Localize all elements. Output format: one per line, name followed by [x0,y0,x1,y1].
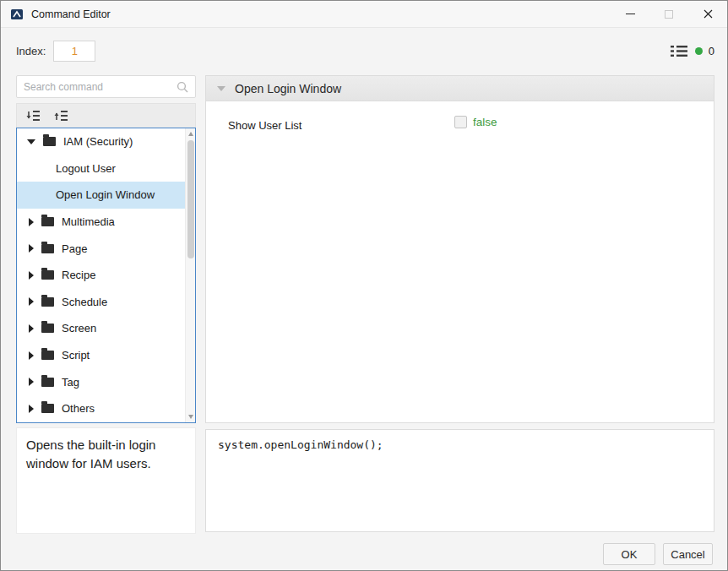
tree-item-logout-user[interactable]: Logout User [17,155,195,182]
tree-item-label: Screen [62,322,96,334]
tree-item-label: IAM (Security) [63,135,133,148]
tree-item-screen[interactable]: Screen [17,315,195,342]
folder-icon [41,378,54,387]
maximize-icon [665,10,673,19]
folder-icon [41,351,54,360]
tree-item-label: Multimedia [62,215,115,228]
tree-item-others[interactable]: Others [17,395,195,422]
scrollbar-down-button[interactable] [186,411,196,422]
folder-icon [41,244,54,253]
scrollbar-up-button[interactable] [186,128,196,139]
detail-title: Open Login Window [235,82,341,95]
collapse-section-icon[interactable] [217,86,225,91]
tree-item-label: Page [62,242,87,255]
tree-item-label: Recipe [62,269,95,281]
tree-item-label: Others [62,402,95,415]
folder-icon [41,270,54,280]
close-icon [704,9,713,19]
command-detail-panel: Open Login Window Show User List false [205,75,714,423]
expand-all-icon [54,109,68,122]
collapse-all-button[interactable] [24,107,42,124]
search-icon [177,81,188,93]
tree-item-label: Logout User [56,162,116,175]
code-preview[interactable]: system.openLoginWindow(); [205,429,714,532]
scroll-up-icon [188,132,193,136]
show-user-list-checkbox[interactable] [454,116,467,128]
ok-button[interactable]: OK [603,543,655,565]
tree-item-script[interactable]: Script [17,342,195,369]
show-user-list-label: Show User List [228,119,302,132]
tree-item-recipe[interactable]: Recipe [17,262,195,289]
tree-item-label: Script [62,349,90,362]
collapsed-arrow-icon[interactable] [29,244,34,253]
titlebar: Command Editor [1,1,727,28]
command-search-box [16,75,196,98]
maximize-button[interactable] [649,1,688,27]
tree-item-page[interactable]: Page [17,235,195,262]
close-button[interactable] [688,1,727,27]
index-label: Index: [16,45,46,57]
tree-scrollbar[interactable] [185,128,195,422]
tree-item-tag[interactable]: Tag [17,368,195,395]
show-user-list-value: false [473,116,497,128]
code-text: system.openLoginWindow(); [218,438,383,451]
collapsed-arrow-icon[interactable] [29,271,34,280]
collapsed-arrow-icon[interactable] [29,324,34,333]
event-list-icon [671,45,687,57]
collapse-all-icon [26,109,41,122]
detail-header[interactable]: Open Login Window [206,76,714,101]
event-status: 0 [669,43,714,59]
folder-icon [43,137,56,146]
collapsed-arrow-icon[interactable] [29,378,34,386]
index-row: Index: 0 [16,39,714,63]
collapsed-arrow-icon[interactable] [29,405,34,413]
status-dot-icon [695,47,703,55]
folder-icon [41,297,54,307]
tree-item-open-login-window[interactable]: Open Login Window [17,182,195,209]
folder-icon [41,404,54,413]
window-title: Command Editor [31,8,111,20]
app-icon [10,8,24,21]
minimize-button[interactable] [611,1,649,27]
search-input[interactable] [17,81,177,93]
show-user-list-control: false [454,116,497,128]
folder-icon [41,324,54,333]
minimize-icon [626,14,635,15]
folder-icon [41,217,54,226]
collapsed-arrow-icon[interactable] [29,218,34,226]
expanded-arrow-icon[interactable] [27,139,35,144]
tree-item-schedule[interactable]: Schedule [17,289,195,316]
event-count: 0 [709,45,714,57]
command-description: Opens the built-in login window for IAM … [16,427,196,534]
tree-item-label: Open Login Window [56,188,155,201]
cancel-button[interactable]: Cancel [663,543,713,565]
command-editor-window: Command Editor Index: [0,0,728,571]
index-input[interactable] [53,41,95,62]
tree-item-multimedia[interactable]: Multimedia [17,209,195,236]
collapsed-arrow-icon[interactable] [29,351,34,360]
event-list-button[interactable] [669,43,689,59]
tree-item-label: Schedule [62,296,107,308]
window-controls [611,1,727,27]
expand-all-button[interactable] [52,107,70,124]
scroll-down-icon [188,415,193,419]
command-tree: IAM (Security) Logout User Open Login Wi… [16,128,196,423]
scrollbar-thumb[interactable] [187,140,194,258]
tree-toolbar [16,103,196,128]
tree-item-iam-security[interactable]: IAM (Security) [17,128,195,155]
tree-item-label: Tag [62,376,79,389]
collapsed-arrow-icon[interactable] [29,297,34,306]
